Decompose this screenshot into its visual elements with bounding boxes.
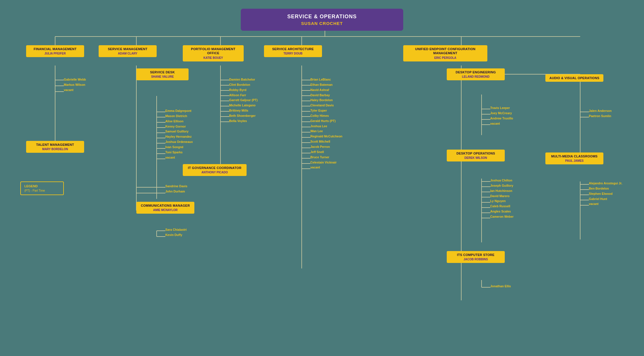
staff-item: Kevin Duffy — [165, 233, 187, 238]
legend-box: LEGEND (PT) - Part Time — [20, 181, 64, 195]
multimedia-staff: Alejandro Arostegui Jr. Ben Bordelon Ste… — [589, 181, 622, 207]
financial-staff: Gabrielle Webb Markus Wilson vacant — [64, 77, 86, 93]
multimedia-name: PAUL JAMES — [548, 159, 601, 163]
staff-item: Bella Voyles — [229, 119, 258, 124]
comms-title: COMMUNICATIONS MANAGER — [139, 204, 192, 208]
desktop-ops-node: DESKTOP OPERATIONS DEREK WILSON — [447, 150, 505, 161]
staff-item: Allison Farr — [229, 93, 258, 98]
root-title: SERVICE & OPERATIONS — [247, 14, 397, 20]
staff-item: Ian Hutchinson — [490, 188, 513, 194]
its-store-title: ITS COMPUTER STORE — [449, 253, 502, 257]
portfolio-staff: Damien Batchelor Clint Bordelon Robby By… — [229, 77, 258, 124]
financial-title: FINANCIAL MANAGEMENT — [28, 47, 82, 51]
comms-mgr-node: COMMUNICATIONS MANAGER AMIE MCNAYLOR — [136, 202, 194, 214]
staff-item: Jalen Anderson — [589, 108, 612, 114]
staff-item: Colby Himes — [310, 113, 342, 119]
uecm-node: UNIFIED ENDPOINT CONFIGURATION MANAGEMEN… — [403, 45, 487, 61]
staff-item: Damien Batchelor — [229, 77, 258, 82]
staff-item: Kenny Gornor — [165, 124, 193, 129]
staff-item: Toni Sparks — [165, 150, 193, 155]
staff-item: David Barbay — [310, 93, 342, 98]
staff-item: Joshua Lee — [310, 124, 342, 129]
legend-text: (PT) - Part Time — [24, 189, 60, 192]
av-ops-node: AUDIO & VISUAL OPERATIONS — [545, 74, 603, 82]
multimedia-title: MULTI-MEDIA CLASSROOMS — [548, 154, 601, 158]
staff-item: Haley Bordelon — [310, 98, 342, 103]
staff-item: Celestain Vicknair — [310, 160, 342, 165]
staff-item: Joseph Guillory — [490, 183, 513, 188]
service-desk-name: SHANE VALURE — [139, 75, 186, 79]
desktop-ops-staff: Joshua Chilton Joseph Guillory Ian Hutch… — [490, 178, 513, 219]
staff-item: Tyler Euper — [310, 108, 342, 113]
service-mgmt-extra-staff: Sandrine Davis John Durham — [165, 184, 187, 194]
root-row: SERVICE & OPERATIONS SUSAN CROCHET — [12, 9, 632, 31]
staff-item: Robby Byrd — [229, 88, 258, 93]
staff-item: Scott Mitchell — [310, 139, 342, 144]
staff-item: Jeff Snell — [310, 150, 342, 155]
staff-item: vacant — [310, 165, 342, 170]
it-gov-name: ANTHONY PICADO — [185, 170, 244, 174]
desktop-eng-node: DESKTOP ENGINEERING LELAND REDMOND — [447, 68, 505, 80]
staff-item: Travis Leeper — [490, 106, 513, 111]
service-arch-name: TERRY DOUB — [266, 52, 320, 55]
av-ops-staff: Jalen Anderson Paetron Sumlin — [589, 108, 612, 119]
av-ops-title: AUDIO & VISUAL OPERATIONS — [548, 76, 601, 80]
staff-item: Ethan Bateman — [310, 82, 342, 88]
staff-item: Alejandro Arostegui Jr. — [589, 181, 622, 186]
service-mgmt-name: ADAM CLARY — [101, 52, 154, 55]
staff-item: Jonathan Ellis — [490, 284, 511, 289]
portfolio-name: KATIE BOUEY — [185, 56, 241, 60]
root-node: SERVICE & OPERATIONS SUSAN CROCHET — [241, 9, 403, 31]
legend-title: LEGEND — [24, 184, 60, 188]
staff-item: vacant — [490, 121, 513, 126]
service-mgmt-node: SERVICE MANAGEMENT ADAM CLARY — [99, 45, 157, 57]
its-store-node: ITS COMPUTER STORE JACOB ROBBINS — [447, 251, 505, 263]
staff-item: Jacob Perron — [310, 144, 342, 150]
staff-item: Wan Lee — [310, 129, 342, 134]
desktop-eng-title: DESKTOP ENGINEERING — [449, 70, 502, 74]
staff-item: Hayley Hernandez — [165, 134, 193, 139]
uecm-title: UNIFIED ENDPOINT CONFIGURATION MANAGEMEN… — [406, 47, 485, 55]
staff-item: Brittney Mills — [229, 108, 258, 113]
talent-name: MARY BORDELON — [28, 147, 82, 151]
desktop-ops-title: DESKTOP OPERATIONS — [449, 151, 502, 155]
staff-item: Emma Dalgrepont — [165, 108, 193, 114]
service-desk-staff: Emma Dalgrepont Mason Dietrich Alise Ell… — [165, 108, 193, 160]
staff-item: Joey McCreary — [490, 111, 513, 116]
staff-item: Gerald Hurts (PT) — [310, 119, 342, 124]
staff-item: Alise Ellison — [165, 119, 193, 124]
staff-item: Ly Nguyen — [490, 199, 513, 204]
it-gov-node: IT GOVERNANCE COORDINATOR ANTHONY PICADO — [183, 164, 247, 176]
talent-title: TALENT MANAGEMENT — [28, 143, 82, 147]
staff-item: Gabrielle Webb — [64, 77, 86, 82]
staff-item: vacant — [165, 155, 193, 160]
staff-item: Reginald McCutcheon — [310, 134, 342, 139]
financial-name: JULIA PFEIFER — [28, 52, 82, 55]
staff-item: Navid Ashraf — [310, 88, 342, 93]
service-desk-title: SERVICE DESK — [139, 70, 186, 74]
staff-item: Gabriel Hunt — [589, 197, 622, 202]
staff-item: Mason Dietrich — [165, 114, 193, 119]
financial-mgmt-node: FINANCIAL MANAGEMENT JULIA PFEIFER — [26, 45, 84, 57]
staff-item: David Marero — [490, 194, 513, 199]
service-desk-node: SERVICE DESK SHANE VALURE — [136, 68, 189, 80]
staff-item: Bruce Turner — [310, 155, 342, 160]
staff-item: Paetron Sumlin — [589, 114, 612, 119]
staff-item: Brian LeBlanc — [310, 77, 342, 82]
staff-item: vacant — [589, 201, 622, 207]
staff-item: Stephen Elwood — [589, 191, 622, 197]
portfolio-title: PORTFOLIO MANAGEMENT OFFICE — [185, 47, 241, 55]
staff-item: Joshua Chilton — [490, 178, 513, 183]
portfolio-node: PORTFOLIO MANAGEMENT OFFICE KATIE BOUEY — [183, 45, 244, 61]
staff-item: Clint Bordelon — [229, 82, 258, 88]
staff-item: Ivan Songné — [165, 145, 193, 150]
staff-item: Cleveland Davis — [310, 103, 342, 108]
staff-item: Angles Scales — [490, 209, 513, 214]
service-mgmt-title: SERVICE MANAGEMENT — [101, 47, 154, 51]
staff-item: Sara Chialastri — [165, 227, 187, 233]
staff-item: Beth Shoenberger — [229, 113, 258, 119]
its-store-name: JACOB ROBBINS — [449, 257, 502, 261]
staff-item: Michelle Lategano — [229, 103, 258, 108]
talent-mgmt-node: TALENT MANAGEMENT MARY BORDELON — [26, 141, 84, 153]
staff-item: Garrett Galjour (PT) — [229, 98, 258, 103]
